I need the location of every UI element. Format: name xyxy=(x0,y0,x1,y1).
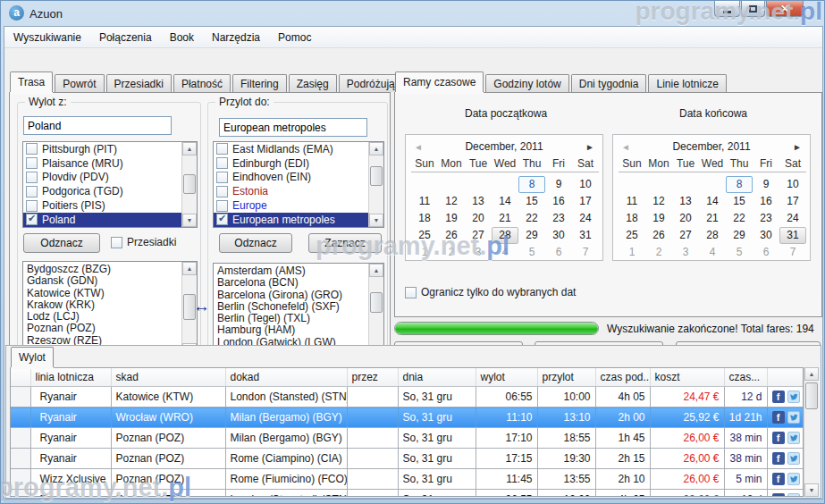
calendar-day-31[interactable]: 31 xyxy=(572,227,599,244)
table-row[interactable]: RyanairWrocław (WRO)Milan (Bergamo) (BGY… xyxy=(11,407,803,428)
calendar-day-24[interactable]: 24 xyxy=(572,210,599,227)
column-header-skad[interactable]: skad xyxy=(111,368,225,387)
calendar-day-3[interactable]: 3 xyxy=(465,244,492,261)
table-row[interactable]: RyanairKrakow (KRK)London (Stansted) (ST… xyxy=(11,490,803,498)
maximize-button[interactable] xyxy=(741,1,765,17)
calendar-day-4[interactable]: 4 xyxy=(492,244,518,261)
tab-przesiadki[interactable]: Przesiadki xyxy=(106,74,172,92)
list-item[interactable]: Lodz (LCJ) xyxy=(23,311,181,323)
menu-item-3[interactable]: Book xyxy=(161,27,203,48)
calendar-day-7[interactable]: 7 xyxy=(572,244,599,261)
scroll-up-icon[interactable]: ▲ xyxy=(182,142,197,155)
tab-p-atno-[interactable]: Płatność xyxy=(173,74,231,92)
calendar-day-25[interactable]: 25 xyxy=(619,227,645,244)
start-date-calendar[interactable]: ◄ December, 2011 ► SunMonTueWedThuFriSat… xyxy=(405,134,603,261)
tab-trasa[interactable]: Trasa xyxy=(10,71,53,92)
column-header-dokad[interactable]: dokad xyxy=(225,368,347,387)
column-header-przez[interactable]: przez xyxy=(347,368,398,387)
departure-country-list[interactable]: Pittsburgh (PIT)Plaisance (MRU)Plovdiv (… xyxy=(22,141,198,228)
calendar-day-27[interactable]: 27 xyxy=(465,227,492,244)
scroll-up-icon[interactable]: ▲ xyxy=(369,142,383,155)
calendar-day-23[interactable]: 23 xyxy=(545,210,572,227)
calendar-day-10[interactable]: 10 xyxy=(572,176,599,193)
checkbox-icon[interactable] xyxy=(26,214,38,225)
calendar-day-17[interactable]: 17 xyxy=(779,193,806,210)
facebook-icon[interactable]: f xyxy=(772,493,785,497)
calendar-day-8[interactable]: 8 xyxy=(726,176,753,193)
arrival-filter-input[interactable] xyxy=(219,118,367,137)
limit-dates-checkbox[interactable]: Ogranicz tylko do wybranych dat xyxy=(405,286,576,298)
calendar-day-9[interactable]: 9 xyxy=(753,176,779,193)
calendar-day-16[interactable]: 16 xyxy=(545,193,572,210)
menu-item-4[interactable]: Narzędzia xyxy=(203,27,269,48)
list-item[interactable]: Podgorica (TGD) xyxy=(23,184,181,198)
checkbox-icon[interactable] xyxy=(26,200,38,212)
facebook-icon[interactable]: f xyxy=(772,391,785,403)
list-item[interactable]: Katowice (KTW) xyxy=(23,288,181,299)
tab-powr-t[interactable]: Powrót xyxy=(55,74,104,92)
calendar-day-20[interactable]: 20 xyxy=(465,210,492,227)
calendar-day-19[interactable]: 19 xyxy=(645,210,672,227)
twitter-icon[interactable] xyxy=(787,391,800,403)
calendar-day-5[interactable]: 5 xyxy=(726,244,753,261)
departure-airport-list[interactable]: Bydgoszcz (BZG)Gdansk (GDN)Katowice (KTW… xyxy=(22,261,198,357)
calendar-day-19[interactable]: 19 xyxy=(438,210,465,227)
results-scrollbar[interactable]: ▲ ▼ xyxy=(804,367,819,497)
departure-country-scrollbar[interactable]: ▲ ▼ xyxy=(181,142,197,227)
end-date-calendar[interactable]: ◄ December, 2011 ► SunMonTueWedThuFriSat… xyxy=(612,134,811,261)
calendar-day-2[interactable]: 2 xyxy=(645,244,672,261)
calendar-day-7[interactable]: 7 xyxy=(779,244,806,261)
calendar-day-10[interactable]: 10 xyxy=(779,176,806,193)
list-item[interactable]: Estonia xyxy=(214,184,368,198)
tab-linie-lotnicze[interactable]: Linie lotnicze xyxy=(648,74,726,92)
table-row[interactable]: RyanairPoznan (POZ)Milan (Bergamo) (BGY)… xyxy=(11,428,803,449)
calendar-day-25[interactable]: 25 xyxy=(411,227,438,244)
swap-lists-icon[interactable]: ↔ xyxy=(193,297,210,316)
checkbox-icon[interactable] xyxy=(216,200,228,212)
list-item[interactable]: Eindhoven (EIN) xyxy=(214,171,368,185)
menu-item-2[interactable]: Połączenia xyxy=(90,27,161,48)
list-item[interactable]: European metropoles xyxy=(214,213,368,227)
calendar-day-11[interactable]: 11 xyxy=(619,193,645,210)
calendar-next-icon[interactable]: ► xyxy=(793,142,802,152)
twitter-icon[interactable] xyxy=(787,411,800,424)
calendar-day-18[interactable]: 18 xyxy=(619,210,645,227)
facebook-icon[interactable]: f xyxy=(772,411,785,424)
list-item[interactable]: Bydgoszcz (BZG) xyxy=(23,264,181,275)
facebook-icon[interactable]: f xyxy=(772,473,785,485)
list-item[interactable]: Poznan (POZ) xyxy=(23,323,181,334)
list-item[interactable]: Gdansk (GDN) xyxy=(23,275,181,287)
checkbox-icon[interactable] xyxy=(26,172,38,183)
list-item[interactable]: Barcelona (BCN) xyxy=(214,277,368,289)
list-item[interactable]: Plaisance (MRU) xyxy=(23,156,181,171)
calendar-day-9[interactable]: 9 xyxy=(545,176,572,193)
calendar-day-27[interactable]: 27 xyxy=(672,227,699,244)
tab-zasi-g[interactable]: Zasięg xyxy=(289,74,337,92)
calendar-day-12[interactable]: 12 xyxy=(645,193,672,210)
scroll-down-icon[interactable]: ▼ xyxy=(804,483,819,497)
checkbox-icon[interactable] xyxy=(26,157,38,169)
title-bar[interactable]: a Azuon ✕ xyxy=(1,1,824,26)
calendar-day-8[interactable]: 8 xyxy=(518,176,545,193)
calendar-day-24[interactable]: 24 xyxy=(779,210,806,227)
column-header-linia lotnicza[interactable]: linia lotnicza xyxy=(30,368,111,387)
calendar-day-6[interactable]: 6 xyxy=(545,244,572,261)
checkbox-icon[interactable] xyxy=(26,186,38,197)
departure-deselect-button[interactable]: Odznacz xyxy=(23,233,100,253)
column-header-koszt[interactable]: koszt xyxy=(650,368,724,387)
list-item[interactable]: Edinburgh (EDI) xyxy=(214,156,368,171)
calendar-day-30[interactable]: 30 xyxy=(545,227,572,244)
close-button[interactable]: ✕ xyxy=(766,1,804,17)
list-item[interactable]: Berlin (Schonefeld) (SXF) xyxy=(214,301,368,313)
checkbox-icon[interactable] xyxy=(216,157,228,169)
calendar-day-30[interactable]: 30 xyxy=(753,227,779,244)
calendar-day-29[interactable]: 29 xyxy=(518,227,545,244)
arrival-deselect-button[interactable]: Odznacz xyxy=(219,233,292,253)
transfers-checkbox[interactable]: Przesiadki xyxy=(111,236,176,248)
departure-filter-input[interactable] xyxy=(23,116,172,135)
list-item[interactable]: East Midlands (EMA) xyxy=(214,142,368,156)
limit-dates-checkbox-box[interactable] xyxy=(405,287,417,298)
list-item[interactable]: Poland xyxy=(23,213,181,227)
checkbox-icon[interactable] xyxy=(216,186,228,197)
calendar-day-28[interactable]: 28 xyxy=(699,227,726,244)
